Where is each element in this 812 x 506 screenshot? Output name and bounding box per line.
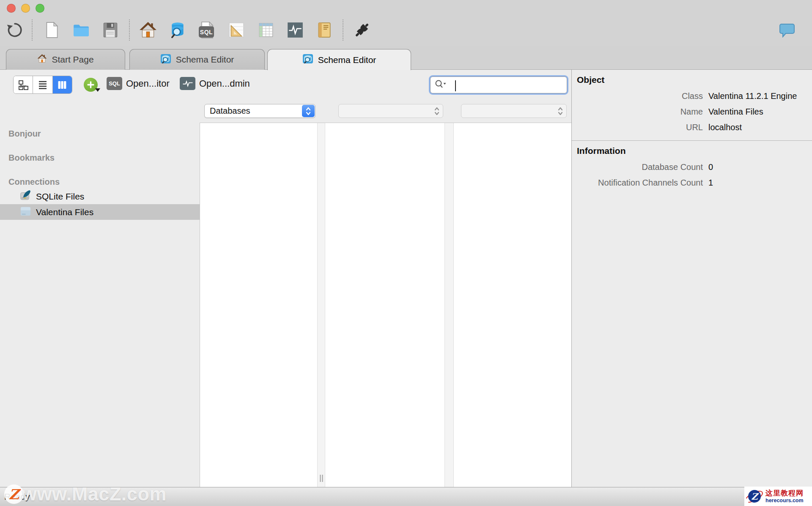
column-resize-handle[interactable] xyxy=(320,475,323,482)
connection-label: Valentina Files xyxy=(36,207,93,217)
herecours-title: 这里教程网 xyxy=(765,489,804,497)
tab-schema-editor-2[interactable]: Schema Editor xyxy=(267,49,411,70)
schema-tab-icon xyxy=(302,53,313,66)
herecours-texts: 这里教程网 herecours.com xyxy=(765,489,804,503)
view-mode-segmented-control xyxy=(13,76,72,94)
tab-label: Schema Editor xyxy=(318,55,376,65)
browser-column-2[interactable] xyxy=(325,123,444,487)
sidebar-section-bookmarks: Bookmarks xyxy=(8,153,200,163)
search-input[interactable] xyxy=(447,77,567,93)
workspace: SQL Open...itor Open...dmin xyxy=(0,70,812,487)
sqlite-connection-icon xyxy=(20,190,31,203)
inspector-row-name: Name Valentina Files xyxy=(576,104,808,120)
tree-view-button[interactable] xyxy=(14,76,33,93)
open-folder-icon[interactable] xyxy=(71,20,91,40)
open-server-admin-label: Open...dmin xyxy=(199,78,250,89)
server-admin-pulse-icon xyxy=(180,77,195,90)
object-inspector-panel: Object Class Valentina 11.2.1 Engine Nam… xyxy=(571,70,812,487)
sql-editor-icon[interactable]: SQL xyxy=(198,20,217,40)
valentina-studio-window: SQL Start Page xyxy=(0,0,812,506)
logo-letter: Z xyxy=(748,490,761,503)
sidebar-item-valentina-files[interactable]: Valentina Files xyxy=(0,204,200,220)
connection-items: SQLite Files Valentina Files xyxy=(0,189,200,220)
save-icon[interactable] xyxy=(101,20,120,40)
new-document-icon[interactable] xyxy=(42,20,62,40)
sidebar-section-bonjour: Bonjour xyxy=(8,129,200,139)
open-sql-editor-label: Open...itor xyxy=(126,78,170,89)
column-browser xyxy=(200,123,571,487)
search-box xyxy=(429,75,568,95)
report-editor-icon[interactable] xyxy=(227,20,246,40)
information-section-title: Information xyxy=(577,146,808,156)
table-data-icon[interactable] xyxy=(256,20,276,40)
tab-bar: Start Page Schema Editor Schema Editor xyxy=(0,46,812,70)
filter-dropdown-2[interactable] xyxy=(338,104,443,118)
dropdown-chevrons-icon xyxy=(302,105,315,117)
window-chrome: SQL xyxy=(0,0,812,46)
inspector-row-database-count: Database Count 0 xyxy=(576,159,808,175)
home-icon[interactable] xyxy=(138,20,158,40)
column-divider-1[interactable] xyxy=(317,123,325,487)
herecours-logo-icon: Z xyxy=(746,488,763,504)
column-view-button[interactable] xyxy=(52,76,72,93)
connect-to-database-icon[interactable] xyxy=(352,20,372,40)
filter-dropdown-3[interactable] xyxy=(461,104,567,118)
herecours-site: herecours.com xyxy=(765,498,804,503)
inspector-divider xyxy=(572,140,812,141)
inspector-row-class: Class Valentina 11.2.1 Engine xyxy=(576,88,808,104)
tab-start-page[interactable]: Start Page xyxy=(6,49,125,70)
toolbar-separator xyxy=(32,19,33,41)
tab-label: Schema Editor xyxy=(176,55,234,65)
herecours-watermark: Z 这里教程网 herecours.com xyxy=(744,487,812,506)
open-server-admin-button[interactable]: Open...dmin xyxy=(180,77,250,90)
text-cursor xyxy=(455,80,456,91)
search-icon[interactable] xyxy=(434,78,447,92)
connection-label: SQLite Files xyxy=(36,191,84,202)
minimize-window-button[interactable] xyxy=(21,4,30,13)
diagnose-icon[interactable] xyxy=(285,20,305,40)
column-divider-2[interactable] xyxy=(444,123,454,487)
list-view-button[interactable] xyxy=(33,76,52,93)
valentina-connection-icon xyxy=(20,205,31,219)
inspector-row-notification-channels: Notification Channels Count 1 xyxy=(576,175,808,191)
feedback-bubble-icon[interactable] xyxy=(777,20,797,40)
toolbar-separator xyxy=(129,19,130,41)
search-field[interactable] xyxy=(430,77,567,93)
schema-browser-pane: SQL Open...itor Open...dmin xyxy=(0,70,571,487)
inspector-row-url: URL localhost xyxy=(576,120,808,135)
toolbar-separator xyxy=(343,19,343,41)
browser-column-3[interactable] xyxy=(454,123,571,487)
tab-label: Start Page xyxy=(52,55,93,65)
sql-badge: SQL xyxy=(199,26,214,38)
add-connection-dropdown-caret[interactable] xyxy=(95,88,100,92)
browser-body: Bonjour Bookmarks Connections SQLite Fil… xyxy=(0,123,571,487)
databases-dropdown-value: Databases xyxy=(210,106,250,116)
status-bar: Ready xyxy=(0,487,812,506)
object-section-title: Object xyxy=(577,75,808,85)
schema-tab-icon xyxy=(160,53,171,66)
dropdown-chevrons-icon xyxy=(557,106,564,119)
sidebar-section-connections: Connections xyxy=(8,177,200,187)
browser-column-1[interactable] xyxy=(200,123,317,487)
databases-dropdown[interactable]: Databases xyxy=(204,104,315,118)
home-tab-icon xyxy=(37,54,47,66)
dropdown-chevrons-icon xyxy=(433,106,440,119)
log-viewer-icon[interactable] xyxy=(315,20,334,40)
sql-badge: SQL xyxy=(107,77,122,90)
connections-sidebar: Bonjour Bookmarks Connections SQLite Fil… xyxy=(0,123,200,487)
tab-schema-editor-1[interactable]: Schema Editor xyxy=(129,49,265,70)
open-sql-editor-button[interactable]: SQL Open...itor xyxy=(107,77,170,90)
sidebar-item-sqlite-files[interactable]: SQLite Files xyxy=(0,189,200,204)
undo-icon[interactable] xyxy=(5,20,25,40)
close-window-button[interactable] xyxy=(7,4,16,13)
zoom-window-button[interactable] xyxy=(36,4,44,13)
status-message: Ready xyxy=(4,492,30,502)
schema-editor-icon[interactable] xyxy=(168,20,187,40)
